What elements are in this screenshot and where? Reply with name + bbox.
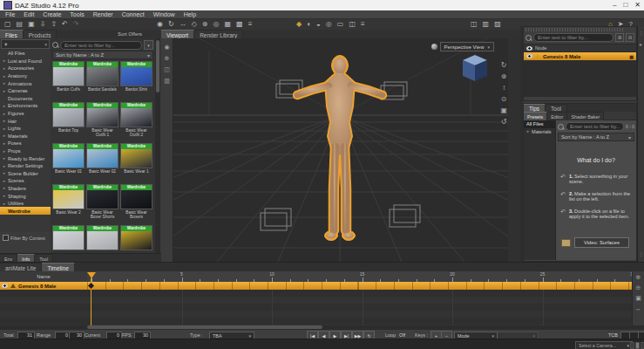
category-hair[interactable]: ►Hair bbox=[0, 117, 51, 125]
category-shaping[interactable]: ►Shaping bbox=[0, 192, 51, 200]
category-lost-and-found[interactable]: ►Lost and Found bbox=[0, 58, 51, 65]
asset-item[interactable]: WardrobeBardot Sandals bbox=[85, 60, 119, 101]
undo-icon[interactable]: ↶ bbox=[62, 20, 68, 29]
save-file-icon[interactable]: ▣ bbox=[28, 20, 35, 29]
translate-tool-icon[interactable]: ↔ bbox=[180, 20, 186, 29]
expand-arrow-icon[interactable]: ► bbox=[3, 171, 6, 175]
category-props[interactable]: ►Props bbox=[0, 147, 51, 155]
category-anatomy[interactable]: ►Anatomy bbox=[0, 72, 51, 80]
menu-edit[interactable]: Edit bbox=[24, 11, 34, 17]
node-menu-icon[interactable]: ▦ bbox=[629, 54, 634, 59]
presets-category-all-files[interactable]: All Files bbox=[524, 120, 555, 128]
category-lights[interactable]: ►Lights bbox=[0, 125, 51, 133]
expand-arrow-icon[interactable]: ► bbox=[3, 194, 6, 198]
content-scrollbar[interactable] bbox=[155, 38, 160, 253]
asset-item[interactable]: WardrobeBasic Wear Boxers bbox=[119, 183, 153, 224]
orbit-icon[interactable]: ↻ bbox=[501, 61, 507, 69]
expand-arrow-icon[interactable]: ► bbox=[526, 129, 530, 133]
asset-item[interactable]: Wardrobe bbox=[119, 224, 153, 253]
expand-arrow-icon[interactable]: ► bbox=[3, 186, 6, 190]
spot-render-icon[interactable]: ▦ bbox=[225, 20, 232, 29]
open-file-icon[interactable]: ▤ bbox=[17, 20, 24, 29]
tab-shader-baker[interactable]: Shader Baker bbox=[567, 112, 604, 120]
menu-tools[interactable]: Tools bbox=[70, 11, 84, 17]
minimize-button[interactable]: – bbox=[613, 1, 616, 10]
drawstyle-ball-icon[interactable] bbox=[431, 44, 437, 50]
tab-presets[interactable]: Presets bbox=[524, 112, 547, 120]
expand-arrow-icon[interactable]: ► bbox=[3, 58, 6, 63]
lights-icon[interactable]: ▥ bbox=[483, 20, 490, 29]
filter-context-checkbox[interactable] bbox=[3, 235, 9, 241]
cube-view-icon[interactable]: ◫ bbox=[164, 66, 170, 73]
category-environments[interactable]: ►Environments bbox=[0, 102, 51, 110]
asset-item[interactable]: WardrobeBasic Wear Outfit 2 bbox=[119, 101, 153, 142]
view-options-button[interactable]: ▾ bbox=[144, 40, 153, 50]
surface-selection-icon[interactable]: ◎ bbox=[214, 20, 220, 29]
animate-icon[interactable]: ◆ bbox=[296, 20, 302, 29]
category-all-files[interactable]: All Files bbox=[0, 50, 51, 58]
tab-editor[interactable]: Editor bbox=[547, 112, 567, 120]
pan-icon[interactable]: ⊕ bbox=[501, 72, 507, 80]
frame-tool-icon[interactable]: ▭ bbox=[337, 20, 344, 29]
pane-dock-icon[interactable]: ▸ bbox=[640, 41, 642, 47]
expand-arrow-icon[interactable]: ► bbox=[3, 149, 6, 154]
camera-view-icon[interactable]: ◉ bbox=[164, 44, 169, 51]
expand-arrow-icon[interactable]: ► bbox=[3, 202, 6, 206]
expand-arrow-icon[interactable]: ► bbox=[3, 127, 6, 131]
timeline-track-row[interactable]: Genesis 8 Male bbox=[0, 282, 632, 290]
category-documents[interactable]: Documents bbox=[0, 95, 51, 103]
menu-render[interactable]: Render bbox=[93, 11, 113, 17]
grid-toggle-icon[interactable]: ▥ bbox=[164, 78, 170, 85]
status-camera-dropdown[interactable]: Select a Camera... ▾ bbox=[575, 341, 633, 349]
asset-item[interactable]: Wardrobe bbox=[51, 224, 85, 253]
asset-item[interactable]: WardrobeBardot Shirt bbox=[119, 60, 153, 101]
asset-item[interactable]: WardrobeBasic Wear 2 bbox=[51, 183, 85, 224]
loop-value[interactable]: Off bbox=[399, 332, 405, 338]
pane-dock-icon[interactable]: ⋮ bbox=[639, 250, 644, 257]
playhead-handle[interactable] bbox=[87, 272, 96, 278]
universal-tool-icon[interactable]: ⊕ bbox=[202, 20, 208, 29]
category-accessories[interactable]: ►Accessories bbox=[0, 65, 51, 72]
redo-icon[interactable]: ↷ bbox=[73, 20, 79, 29]
menu-create[interactable]: Create bbox=[43, 11, 61, 17]
asset-item[interactable]: WardrobeBasic Wear 02 bbox=[85, 142, 119, 183]
category-scene-builder[interactable]: ►Scene Builder bbox=[0, 170, 51, 178]
category-utilities[interactable]: ►Utilities bbox=[0, 200, 51, 208]
asset-item[interactable]: WardrobeBardot Cuffs bbox=[51, 60, 85, 101]
menu-help[interactable]: Help bbox=[184, 11, 196, 17]
expand-arrow-icon[interactable]: ► bbox=[3, 104, 6, 108]
view-cube[interactable] bbox=[459, 51, 491, 83]
expand-arrow-icon[interactable]: ► bbox=[3, 133, 6, 138]
maximize-button[interactable]: □ bbox=[623, 1, 627, 10]
category-ready-to-render[interactable]: ►Ready to Render bbox=[0, 154, 51, 162]
track-visibility-icon[interactable] bbox=[2, 284, 8, 288]
timeline-track-area[interactable] bbox=[0, 290, 632, 325]
scene-node-row[interactable]: Genesis 8 Male ▦ bbox=[524, 52, 636, 60]
zoom-out-icon[interactable]: ⊖ bbox=[636, 284, 641, 291]
expand-arrow-icon[interactable]: ► bbox=[3, 89, 6, 93]
menu-window[interactable]: Window bbox=[153, 11, 175, 17]
layout-icon[interactable]: ≡ bbox=[361, 20, 365, 29]
expand-arrow-icon[interactable]: ► bbox=[3, 66, 6, 71]
shaping-tool-icon[interactable]: ◒ bbox=[316, 20, 321, 29]
category-materials[interactable]: ►Materials bbox=[0, 133, 51, 140]
asset-item[interactable]: Wardrobe bbox=[85, 224, 119, 253]
expand-all-button[interactable]: ⊞ bbox=[615, 33, 624, 42]
import-icon[interactable]: ⇩ bbox=[40, 20, 46, 29]
presets-category-materials[interactable]: ►Materials bbox=[524, 128, 555, 136]
expand-arrow-icon[interactable]: ► bbox=[3, 112, 6, 116]
cameras-icon[interactable]: ▨ bbox=[494, 20, 501, 29]
pane-dock-icon[interactable]: ⋮ bbox=[639, 30, 644, 36]
frame-view-icon[interactable]: ▣ bbox=[500, 106, 507, 114]
visibility-toggle-icon[interactable] bbox=[526, 54, 532, 58]
expand-arrow-icon[interactable]: ► bbox=[3, 156, 6, 161]
frame-range-icon[interactable]: ▣ bbox=[635, 295, 641, 302]
category-scenes[interactable]: ►Scenes bbox=[0, 177, 51, 185]
category-animations[interactable]: ►Animations bbox=[0, 79, 51, 87]
export-icon[interactable]: ⇧ bbox=[51, 20, 57, 29]
menu-connect[interactable]: Connect bbox=[122, 11, 145, 17]
menu-file[interactable]: File bbox=[5, 11, 15, 17]
category-figures[interactable]: ►Figures bbox=[0, 110, 51, 118]
viewport-canvas[interactable]: Perspective View ▾ ↻⊕↕⊙▣↺ bbox=[173, 38, 508, 262]
render-icon[interactable]: ▩ bbox=[236, 20, 243, 29]
